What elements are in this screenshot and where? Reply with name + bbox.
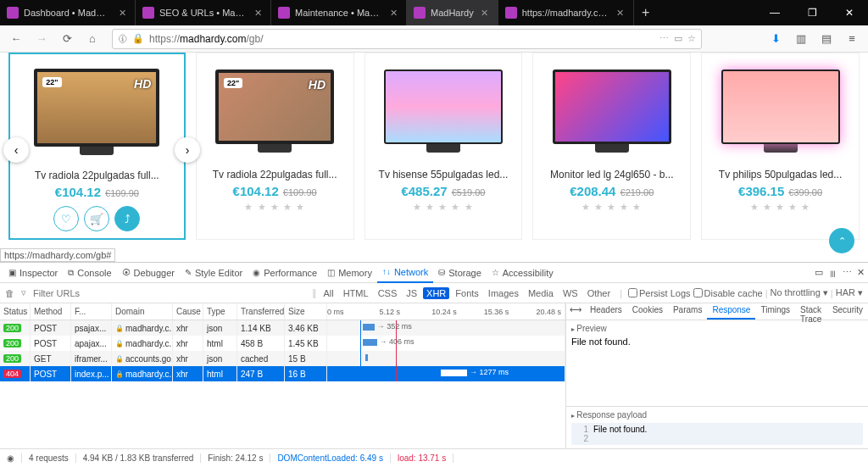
filter-type-all[interactable]: All <box>320 287 337 299</box>
devtools-tab-storage[interactable]: ⛁Storage <box>433 263 487 283</box>
devtools-dock-icon[interactable]: ⫼ <box>828 268 837 278</box>
devtools-tab-inspector[interactable]: ▣Inspector <box>3 263 63 283</box>
devtools-tab-accessibility[interactable]: ☆Accessibility <box>487 263 559 283</box>
browser-tab[interactable]: Maintenance • MadHardy✕ <box>271 0 407 25</box>
detail-toggle-icon[interactable]: ⟷ <box>566 303 585 320</box>
product-card[interactable]: Tv philips 50pulgadas led...€396.15 €399… <box>701 53 860 240</box>
window-minimize[interactable]: — <box>756 0 793 25</box>
devtools-more-icon[interactable]: ⋯ <box>843 267 852 278</box>
product-card[interactable]: 22"HDTv radiola 22pulgadas full...€104.1… <box>196 53 354 240</box>
tab-close-icon[interactable]: ✕ <box>387 8 399 19</box>
devtools-tab-memory[interactable]: ◫Memory <box>322 263 377 283</box>
product-card[interactable]: Monitor led lg 24gl650 - b...€208.44 €21… <box>532 53 691 240</box>
network-request-row[interactable]: 200POSTapajax...🔒madhardy.c...xhrhtml458… <box>0 336 565 351</box>
devtools-tab-performance[interactable]: ◉Performance <box>248 263 322 283</box>
address-bar[interactable]: 🛈 🔒 https://madhardy.com/gb/ ⋯ ▭ ☆ <box>112 29 702 49</box>
downloads-icon[interactable]: ⬇ <box>765 28 787 50</box>
response-tab-timings[interactable]: Timings <box>755 303 795 320</box>
library-icon[interactable]: ▥ <box>790 28 812 50</box>
window-restore[interactable]: ❐ <box>793 0 831 25</box>
tab-close-icon[interactable]: ✕ <box>252 8 264 19</box>
network-request-list: Status Method F... Domain Cause Type Tra… <box>0 303 566 448</box>
preview-body: File not found. <box>571 336 863 347</box>
nav-reload[interactable]: ⟳ <box>56 28 78 50</box>
lock-icon: 🔒 <box>132 33 144 44</box>
network-request-row[interactable]: 200GETiframer...🔒accounts.go...xhrjsonca… <box>0 351 565 366</box>
network-columns-header: Status Method F... Domain Cause Type Tra… <box>0 303 565 320</box>
timeline-tick: 0 ms <box>327 308 344 316</box>
product-price: €485.27 <box>401 184 447 198</box>
product-card[interactable]: 22"HDTv radiola 22pulgadas full...€104.1… <box>8 53 186 240</box>
filter-type-xhr[interactable]: XHR <box>423 287 449 299</box>
devtools-responsive-icon[interactable]: ▭ <box>815 267 823 278</box>
tab-close-icon[interactable]: ✕ <box>116 8 128 19</box>
devtools-tab-console[interactable]: ⧉Console <box>63 263 116 283</box>
filter-input[interactable] <box>33 288 135 298</box>
product-name: Tv hisense 55pulgadas led... <box>372 169 515 181</box>
tab-favicon <box>7 7 19 19</box>
menu-icon[interactable]: ≡ <box>841 28 863 50</box>
product-oldprice: €219.00 <box>620 187 654 197</box>
browser-tab[interactable]: MadHardy✕ <box>407 0 498 25</box>
response-tab-params[interactable]: Params <box>668 303 707 320</box>
tab-close-icon[interactable]: ✕ <box>479 8 491 19</box>
filter-type-js[interactable]: JS <box>403 287 420 299</box>
browser-tab[interactable]: SEO & URLs • MadHardy✕ <box>136 0 271 25</box>
response-tab-headers[interactable]: Headers <box>585 303 627 320</box>
sidebar-icon[interactable]: ▤ <box>815 28 837 50</box>
product-name: Tv philips 50pulgadas led... <box>709 169 852 181</box>
network-request-row[interactable]: 200POSTpsajax...🔒madhardy.c...xhrjson1.1… <box>0 320 565 336</box>
wishlist-icon[interactable]: ♡ <box>53 206 79 231</box>
network-request-row[interactable]: 404POSTindex.p...🔒madhardy.c...xhrhtml24… <box>0 366 565 381</box>
carousel-next[interactable]: › <box>175 137 200 163</box>
filter-type-html[interactable]: HTML <box>340 287 372 299</box>
response-tab-security[interactable]: Security <box>827 303 868 320</box>
devtools-tab-debugger[interactable]: ⦿Debugger <box>117 263 180 283</box>
har-menu[interactable]: HAR ▾ <box>836 287 863 298</box>
product-image: 22"HD <box>17 61 177 163</box>
tab-close-icon[interactable]: ✕ <box>615 8 626 19</box>
product-oldprice: €399.00 <box>788 187 822 197</box>
filter-type-css[interactable]: CSS <box>375 287 401 299</box>
window-close[interactable]: ✕ <box>831 0 868 25</box>
rating-stars: ★ ★ ★ ★ ★ <box>203 202 347 213</box>
new-tab-button[interactable]: + <box>634 5 658 20</box>
filter-type-ws[interactable]: WS <box>559 287 581 299</box>
persist-logs-checkbox[interactable]: Persist Logs <box>628 288 691 298</box>
trash-icon[interactable]: 🗑 <box>5 288 14 298</box>
product-card[interactable]: Tv hisense 55pulgadas led...€485.27 €519… <box>364 53 523 240</box>
devtools-tab-network[interactable]: ↑↓Network <box>377 263 433 283</box>
browser-tab[interactable]: Dashboard • MadHardy✕ <box>0 0 136 25</box>
bookmark-icon[interactable]: ☆ <box>687 33 696 44</box>
response-payload-header[interactable]: Response payload <box>571 410 863 420</box>
nav-forward[interactable]: → <box>31 28 53 50</box>
scroll-top-button[interactable]: ⌃ <box>829 228 854 253</box>
preview-header[interactable]: Preview <box>571 324 863 333</box>
carousel-prev[interactable]: ‹ <box>3 137 29 163</box>
page-actions-icon[interactable]: ⋯ <box>659 33 669 44</box>
filter-type-media[interactable]: Media <box>525 287 557 299</box>
filter-type-images[interactable]: Images <box>485 287 522 299</box>
funnel-icon: ▿ <box>21 287 26 298</box>
devtools-tab-style-editor[interactable]: ✎Style Editor <box>180 263 248 283</box>
devtools-close-icon[interactable]: ✕ <box>857 267 865 278</box>
status-finish: Finish: 24.12 s <box>201 453 270 463</box>
share-icon[interactable]: ⤴ <box>114 206 140 231</box>
nav-home[interactable]: ⌂ <box>81 28 103 50</box>
disable-cache-checkbox[interactable]: Disable cache <box>693 288 763 298</box>
shield-icon: 🛈 <box>118 34 127 44</box>
perf-icon[interactable]: ◉ <box>0 453 22 463</box>
cart-icon[interactable]: 🛒 <box>84 206 109 231</box>
filter-type-fonts[interactable]: Fonts <box>452 287 482 299</box>
response-tab-cookies[interactable]: Cookies <box>627 303 668 320</box>
timeline-tick: 5.12 s <box>380 308 401 316</box>
nav-back[interactable]: ← <box>5 28 27 50</box>
reader-icon[interactable]: ▭ <box>674 33 682 44</box>
filter-type-other[interactable]: Other <box>584 287 615 299</box>
tab-label: Dashboard • MadHardy <box>24 8 111 18</box>
browser-tab[interactable]: https://madhardy.com/themes/at..✕ <box>498 0 634 25</box>
response-tab-stack-trace[interactable]: Stack Trace <box>795 303 827 320</box>
rating-stars: ★ ★ ★ ★ ★ <box>540 202 683 213</box>
response-tab-response[interactable]: Response <box>707 303 755 320</box>
throttling-select[interactable]: No throttling ▾ <box>770 287 827 298</box>
